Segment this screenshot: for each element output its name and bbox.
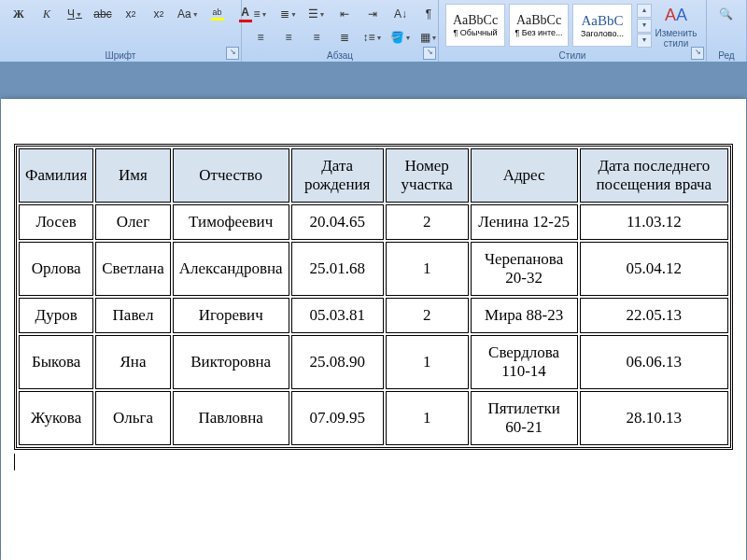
table-cell[interactable]: Александровна [173,242,289,296]
col-lastvisit: Дата последнего посещения врача [580,148,728,203]
table-cell[interactable]: Светлана [95,242,171,296]
table-cell[interactable]: Мира 88-23 [471,298,578,333]
bullets-button[interactable]: ≡▼ [247,4,274,24]
table-header-row: Фамилия Имя Отчество Дата рождения Номер… [19,148,728,203]
table-cell[interactable]: 1 [386,242,469,296]
table-cell[interactable]: Игоревич [173,298,289,333]
font-dialog-launcher[interactable]: ↘ [226,47,239,60]
justify-button[interactable]: ≣ [331,27,358,48]
table-cell[interactable]: Дуров [19,298,93,333]
table-cell[interactable]: Орлова [19,242,93,296]
table-cell[interactable]: Яна [95,335,171,389]
group-label-editing: Ред [707,50,746,61]
table-row: ОрловаСветланаАлександровна25.01.681Чере… [19,242,728,296]
style-name: ¶ Обычный [453,28,497,37]
table-cell[interactable]: 1 [386,335,469,389]
change-styles-icon: AA [665,4,687,26]
table-cell[interactable]: 05.04.12 [580,242,728,296]
change-styles-button[interactable]: AA Изменить стили [652,4,700,49]
col-firstname: Имя [95,148,171,203]
borders-button[interactable]: ▦▼ [416,27,442,48]
styles-scroll-down[interactable]: ▾ [637,19,652,33]
table-cell[interactable]: Черепанова 20-32 [471,242,578,296]
align-left-button[interactable]: ≡ [247,27,274,48]
style-normal[interactable]: AaBbCc ¶ Обычный [445,4,505,47]
table-cell[interactable]: Пятилетки 60-21 [471,391,578,445]
group-font: Ж К Ч▼ abc x2 x2 Aa▼ ab A Шрифт ↘ [0,0,242,62]
table-cell[interactable]: 20.04.65 [291,204,384,240]
multilevel-list-button[interactable]: ☰▼ [303,4,330,24]
table-cell[interactable]: Викторовна [173,335,289,389]
table-cell[interactable]: Павел [95,298,171,333]
group-label-paragraph: Абзац [242,50,438,61]
outdent-icon: ⇤ [340,7,349,21]
table-cell[interactable]: 28.10.13 [580,391,728,445]
align-right-button[interactable]: ≡ [303,27,330,48]
table-cell[interactable]: 05.03.81 [291,298,384,333]
table-cell[interactable]: Жукова [19,391,93,445]
table-row: ЛосевОлегТимофеевич20.04.652Ленина 12-25… [19,204,728,240]
table-cell[interactable]: Свердлова 110-14 [471,335,578,389]
justify-icon: ≣ [340,31,349,44]
paragraph-dialog-launcher[interactable]: ↘ [423,47,436,60]
chevron-down-icon: ▼ [261,11,268,18]
styles-expand[interactable]: ▾ [637,34,652,48]
underline-button[interactable]: Ч▼ [62,4,88,24]
chevron-down-icon: ▼ [192,11,199,18]
table-cell[interactable]: 07.09.95 [291,391,384,445]
style-preview: AaBbCc [516,13,561,28]
table-cell[interactable]: Тимофеевич [173,204,289,240]
col-lastname: Фамилия [19,148,93,203]
chevron-down-icon: ▼ [376,35,383,41]
table-cell[interactable]: 25.08.90 [291,335,384,389]
col-district: Номер участка [386,148,469,203]
group-label-font: Шрифт [0,50,241,61]
style-no-spacing[interactable]: AaBbCc ¶ Без инте... [509,4,569,47]
table-cell[interactable]: Лосев [19,204,93,240]
change-case-button[interactable]: Aa▼ [174,4,203,24]
group-paragraph: ≡▼ ≣▼ ☰▼ ⇤ ⇥ A↓ ¶ ≡ ≡ ≡ ≣ ↕≡▼ 🪣▼ ▦▼ Абза… [242,0,439,62]
table-cell[interactable]: 22.05.13 [580,298,728,333]
styles-scroll-up[interactable]: ▴ [637,4,652,18]
table-cell[interactable]: 11.03.12 [580,204,728,240]
align-left-icon: ≡ [257,31,263,44]
table-cell[interactable]: 06.06.13 [580,335,728,389]
find-button[interactable]: 🔍 [712,4,739,24]
table-cell[interactable]: Ленина 12-25 [471,204,578,240]
show-marks-button[interactable]: ¶ [416,4,442,24]
underline-label: Ч [67,7,75,21]
bucket-icon: 🪣 [390,31,404,44]
numbering-button[interactable]: ≣▼ [275,4,302,24]
table-cell[interactable]: Быкова [19,335,93,389]
document-page[interactable]: Фамилия Имя Отчество Дата рождения Номер… [1,99,746,560]
change-case-label: Aa [177,7,191,21]
increase-indent-button[interactable]: ⇥ [359,4,386,24]
decrease-indent-button[interactable]: ⇤ [331,4,358,24]
shading-button[interactable]: 🪣▼ [388,27,414,48]
bold-button[interactable]: Ж [6,4,32,24]
table-cell[interactable]: Олег [95,204,171,240]
table-cell[interactable]: 25.01.68 [291,242,384,296]
sort-icon: A↓ [394,7,407,21]
ribbon: Ж К Ч▼ abc x2 x2 Aa▼ ab A Шрифт ↘ ≡▼ [0,0,747,63]
style-heading1[interactable]: AaBbC Заголово... [572,4,632,47]
italic-button[interactable]: К [34,4,60,24]
style-name: Заголово... [581,29,624,38]
group-styles: AaBbCc ¶ Обычный AaBbCc ¶ Без инте... Aa… [439,0,707,62]
table-cell[interactable]: Павловна [173,391,289,445]
chevron-down-icon: ▼ [319,11,326,18]
borders-icon: ▦ [420,31,430,44]
sort-button[interactable]: A↓ [388,4,414,24]
table-cell[interactable]: 1 [386,391,469,445]
subscript-button[interactable]: x2 [118,4,144,24]
line-spacing-button[interactable]: ↕≡▼ [359,27,386,48]
styles-dialog-launcher[interactable]: ↘ [691,47,704,60]
superscript-button[interactable]: x2 [146,4,172,24]
highlight-color-button[interactable]: ab [204,4,231,24]
table-cell[interactable]: Ольга [95,391,171,445]
table-cell[interactable]: 2 [386,298,469,333]
table-cell[interactable]: 2 [386,204,469,240]
document-area: Фамилия Имя Отчество Дата рождения Номер… [0,62,747,560]
align-center-button[interactable]: ≡ [275,27,302,48]
strikethrough-button[interactable]: abc [90,4,116,24]
